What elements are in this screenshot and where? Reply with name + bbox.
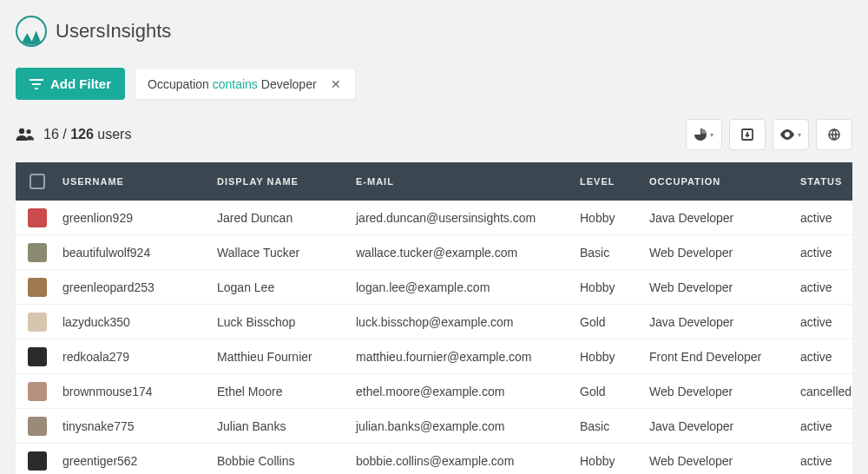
chevron-down-icon: ▾	[798, 131, 801, 139]
column-header-username[interactable]: USERNAME	[59, 176, 217, 187]
svg-rect-4	[35, 88, 38, 89]
table-row[interactable]: tinysnake775Julian Banksjulian.banks@exa…	[16, 409, 852, 444]
avatar	[28, 208, 47, 227]
table-row[interactable]: greentiger562Bobbie Collinsbobbie.collin…	[16, 444, 852, 474]
level-cell: Hobby	[580, 350, 649, 364]
export-button[interactable]	[729, 119, 766, 150]
column-header-email[interactable]: E-MAIL	[356, 176, 580, 187]
table-row[interactable]: lazyduck350Luck Bisschopluck.bisschop@ex…	[16, 305, 852, 339]
brand-name: UsersInsights	[56, 20, 171, 43]
email-cell: matthieu.fournier@example.com	[356, 350, 580, 364]
display-name-cell: Luck Bisschop	[217, 315, 356, 329]
occupation-cell: Java Developer	[649, 315, 800, 329]
level-cell: Hobby	[580, 280, 649, 294]
username-cell[interactable]: redkoala279	[59, 350, 217, 364]
occupation-cell: Web Developer	[649, 385, 800, 398]
occupation-cell: Web Developer	[649, 454, 800, 468]
filter-chip-text: Occupation contains Developer	[148, 77, 317, 91]
pie-chart-icon	[694, 128, 707, 141]
svg-marker-1	[30, 30, 42, 44]
avatar	[28, 278, 47, 297]
status-cell: active	[800, 454, 852, 468]
display-name-cell: Jared Duncan	[217, 211, 356, 225]
svg-point-5	[19, 128, 24, 134]
columns-button[interactable]: ▾	[773, 119, 809, 150]
avatar	[28, 313, 47, 332]
username-cell[interactable]: greenleopard253	[59, 280, 217, 294]
user-count: 16 / 126 users	[16, 127, 131, 142]
geo-button[interactable]	[816, 119, 852, 150]
avatar	[28, 382, 47, 401]
filter-bar: Add Filter Occupation contains Developer…	[16, 68, 852, 100]
export-icon	[741, 128, 753, 141]
display-name-cell: Logan Lee	[217, 280, 356, 294]
brand-logo: UsersInsights	[16, 16, 852, 47]
email-cell: logan.lee@example.com	[356, 280, 580, 294]
occupation-cell: Front End Developer	[649, 350, 800, 364]
email-cell: bobbie.collins@example.com	[356, 454, 580, 468]
email-cell: wallace.tucker@example.com	[356, 246, 580, 260]
status-cell: active	[800, 211, 852, 225]
filter-icon	[30, 78, 43, 90]
username-cell[interactable]: brownmouse174	[59, 385, 217, 398]
svg-rect-3	[32, 83, 41, 85]
level-cell: Basic	[580, 419, 649, 433]
display-name-cell: Julian Banks	[217, 419, 356, 433]
occupation-cell: Java Developer	[649, 211, 800, 225]
column-header-display[interactable]: DISPLAY NAME	[217, 176, 356, 187]
table-header: USERNAME DISPLAY NAME E-MAIL LEVEL OCCUP…	[16, 162, 852, 201]
status-cell: active	[800, 315, 852, 329]
occupation-cell: Web Developer	[649, 280, 800, 294]
filter-chip-occupation[interactable]: Occupation contains Developer ✕	[135, 69, 355, 99]
svg-point-6	[26, 129, 30, 134]
table-row[interactable]: greenleopard253Logan Leelogan.lee@exampl…	[16, 270, 852, 305]
username-cell[interactable]: greentiger562	[59, 454, 217, 468]
table-row[interactable]: redkoala279Matthieu Fourniermatthieu.fou…	[16, 339, 852, 374]
level-cell: Gold	[580, 385, 649, 398]
add-filter-button[interactable]: Add Filter	[16, 68, 125, 100]
occupation-cell: Java Developer	[649, 419, 800, 433]
username-cell[interactable]: lazyduck350	[59, 315, 217, 329]
email-cell: julian.banks@example.com	[356, 419, 580, 433]
level-cell: Gold	[580, 315, 649, 329]
level-cell: Basic	[580, 246, 649, 260]
status-cell: active	[800, 246, 852, 260]
select-all-checkbox[interactable]	[30, 174, 45, 189]
eye-icon	[780, 129, 794, 140]
status-cell: active	[800, 419, 852, 433]
table-row[interactable]: beautifulwolf924Wallace Tuckerwallace.tu…	[16, 235, 852, 270]
table-row[interactable]: greenlion929Jared Duncanjared.duncan@use…	[16, 201, 852, 235]
avatar	[28, 417, 47, 436]
toolbar: ▾ ▾	[686, 119, 852, 150]
users-table: USERNAME DISPLAY NAME E-MAIL LEVEL OCCUP…	[16, 162, 852, 474]
chevron-down-icon: ▾	[710, 131, 713, 139]
level-cell: Hobby	[580, 211, 649, 225]
display-name-cell: Ethel Moore	[217, 385, 356, 398]
display-name-cell: Matthieu Fournier	[217, 350, 356, 364]
username-cell[interactable]: greenlion929	[59, 211, 217, 225]
level-cell: Hobby	[580, 454, 649, 468]
column-header-occupation[interactable]: OCCUPATION	[649, 176, 800, 187]
username-cell[interactable]: beautifulwolf924	[59, 246, 217, 260]
table-row[interactable]: brownmouse174Ethel Mooreethel.moore@exam…	[16, 374, 852, 409]
column-header-level[interactable]: LEVEL	[580, 176, 649, 187]
email-cell: ethel.moore@example.com	[356, 385, 580, 398]
display-name-cell: Wallace Tucker	[217, 246, 356, 260]
status-cell: active	[800, 350, 852, 364]
email-cell: luck.bisschop@example.com	[356, 315, 580, 329]
display-name-cell: Bobbie Collins	[217, 454, 356, 468]
occupation-cell: Web Developer	[649, 246, 800, 260]
add-filter-label: Add Filter	[50, 76, 111, 91]
remove-filter-icon[interactable]: ✕	[329, 77, 343, 91]
avatar	[28, 347, 47, 366]
status-cell: active	[800, 280, 852, 294]
username-cell[interactable]: tinysnake775	[59, 419, 217, 433]
globe-icon	[828, 128, 840, 141]
mountain-icon	[16, 16, 47, 47]
column-header-status[interactable]: STATUS	[800, 176, 852, 187]
segments-button[interactable]: ▾	[686, 119, 722, 150]
svg-rect-2	[30, 79, 43, 81]
avatar	[28, 451, 47, 471]
status-cell: cancelled	[800, 385, 852, 398]
email-cell: jared.duncan@usersinsights.com	[356, 211, 580, 225]
